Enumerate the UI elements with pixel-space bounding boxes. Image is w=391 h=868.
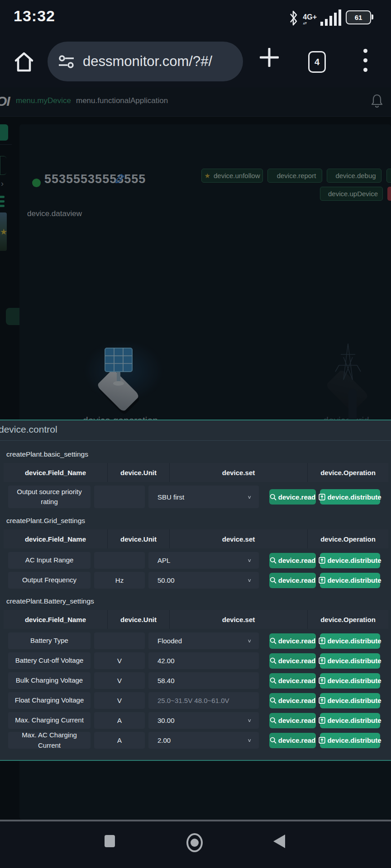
set-value-input[interactable]: 42.00 bbox=[148, 652, 259, 669]
read-icon bbox=[270, 677, 277, 684]
back-button[interactable] bbox=[273, 835, 285, 848]
device-distribute-button[interactable]: device.distribute bbox=[320, 489, 380, 505]
unit-cell: V bbox=[94, 652, 145, 669]
device-distribute-button[interactable]: device.distribute bbox=[320, 673, 380, 689]
read-icon bbox=[270, 657, 277, 664]
device-read-button[interactable]: device.read bbox=[269, 733, 316, 748]
column-header: device.set bbox=[170, 463, 308, 482]
column-header: device.Unit bbox=[108, 529, 170, 548]
device-distribute-button[interactable]: device.distribute bbox=[320, 693, 380, 708]
field-name-cell: Output source priority rating bbox=[8, 486, 91, 508]
control-title-divider bbox=[0, 440, 391, 441]
device-read-button[interactable]: device.read bbox=[269, 653, 316, 669]
site-settings-icon[interactable] bbox=[58, 54, 75, 69]
unit-cell: A bbox=[94, 712, 145, 729]
setting-row: Max. Charging CurrentA30.00∨device.readd… bbox=[0, 712, 391, 729]
device-read-button[interactable]: device.read bbox=[269, 673, 316, 689]
column-header: device.Field_Name bbox=[4, 463, 108, 482]
section-label: createPlant.Grid_settings bbox=[6, 517, 85, 525]
unit-cell: V bbox=[94, 692, 145, 709]
device-read-button[interactable]: device.read bbox=[269, 713, 316, 728]
column-header: device.Operation bbox=[308, 463, 388, 482]
field-name-cell: Output Frequency bbox=[8, 572, 91, 589]
set-value-input[interactable]: 58.40 bbox=[148, 672, 259, 689]
set-value-dropdown[interactable]: 50.00∨ bbox=[148, 572, 259, 589]
unit-cell bbox=[94, 632, 145, 649]
device-read-button[interactable]: device.read bbox=[269, 489, 316, 505]
set-value-dropdown[interactable]: 30.00∨ bbox=[148, 712, 259, 729]
chevron-down-icon: ∨ bbox=[247, 738, 252, 743]
battery-icon: 61 bbox=[346, 10, 371, 24]
clock: 13:32 bbox=[14, 7, 55, 25]
home-nav-button[interactable] bbox=[186, 833, 203, 852]
chevron-down-icon: ∨ bbox=[247, 718, 252, 723]
unit-cell: V bbox=[94, 672, 145, 689]
setting-row: Battery TypeFlooded∨device.readdevice.di… bbox=[0, 632, 391, 649]
distribute-icon bbox=[319, 557, 325, 564]
read-icon bbox=[270, 717, 277, 724]
device-read-button[interactable]: device.read bbox=[269, 553, 316, 568]
chevron-down-icon: ∨ bbox=[247, 578, 252, 583]
device-distribute-button[interactable]: device.distribute bbox=[320, 553, 380, 568]
set-value-dropdown[interactable]: SBU first∨ bbox=[148, 486, 259, 508]
browser-toolbar: dessmonitor.com/?#/ 4 bbox=[0, 41, 391, 87]
unit-cell bbox=[94, 552, 145, 569]
setting-row: Max. AC Charging CurrentA2.00∨device.rea… bbox=[0, 732, 391, 749]
field-name-cell: AC Input Range bbox=[8, 552, 91, 569]
unit-cell bbox=[94, 486, 145, 508]
device-read-button[interactable]: device.read bbox=[269, 573, 316, 588]
device-read-button[interactable]: device.read bbox=[269, 693, 316, 708]
network-type: 4G+ ▴▾ bbox=[303, 14, 317, 25]
distribute-icon bbox=[319, 737, 325, 744]
field-name-cell: Battery Type bbox=[8, 632, 91, 649]
field-name-cell: Max. AC Charging Current bbox=[8, 732, 91, 749]
battery-level: 61 bbox=[355, 14, 362, 21]
recents-button[interactable] bbox=[105, 835, 115, 847]
set-value-input[interactable]: 25.0~31.5V 48.0~61.0V bbox=[148, 692, 259, 709]
table-header-row: device.Field_Namedevice.Unitdevice.setde… bbox=[4, 463, 388, 482]
device-distribute-button[interactable]: device.distribute bbox=[320, 573, 380, 588]
tab-count: 4 bbox=[315, 57, 319, 67]
device-read-button[interactable]: device.read bbox=[269, 633, 316, 649]
device-distribute-button[interactable]: device.distribute bbox=[320, 653, 380, 669]
column-header: device.Field_Name bbox=[4, 610, 108, 629]
table-header-row: device.Field_Namedevice.Unitdevice.setde… bbox=[4, 529, 388, 548]
unit-cell: Hz bbox=[94, 572, 145, 589]
column-header: device.Unit bbox=[108, 463, 170, 482]
signal-strength-icon bbox=[320, 9, 342, 26]
android-nav-bar bbox=[0, 821, 391, 868]
set-value-dropdown[interactable]: APL∨ bbox=[148, 552, 259, 569]
setting-row: AC Input RangeAPL∨device.readdevice.dist… bbox=[0, 552, 391, 569]
column-header: device.set bbox=[170, 529, 308, 548]
field-name-cell: Float Charging Voltage bbox=[8, 692, 91, 709]
status-bar: 13:32 4G+ ▴▾ 61 bbox=[0, 0, 391, 41]
read-icon bbox=[270, 494, 277, 500]
chevron-down-icon: ∨ bbox=[247, 638, 252, 644]
url-bar[interactable]: dessmonitor.com/?#/ bbox=[48, 42, 243, 81]
table-header-row: device.Field_Namedevice.Unitdevice.setde… bbox=[4, 610, 388, 629]
column-header: device.Field_Name bbox=[4, 529, 108, 548]
setting-row: Output FrequencyHz50.00∨device.readdevic… bbox=[0, 572, 391, 589]
setting-row: Output source priority ratingSBU first∨d… bbox=[0, 486, 391, 508]
distribute-icon bbox=[319, 657, 325, 664]
set-value-dropdown[interactable]: 2.00∨ bbox=[148, 732, 259, 749]
section-label: createPlant.basic_settings bbox=[6, 450, 88, 458]
setting-row: Float Charging VoltageV25.0~31.5V 48.0~6… bbox=[0, 692, 391, 709]
setting-row: Battery Cut-off VoltageV42.00device.read… bbox=[0, 652, 391, 669]
device-distribute-button[interactable]: device.distribute bbox=[320, 633, 380, 649]
field-name-cell: Battery Cut-off Voltage bbox=[8, 652, 91, 669]
new-tab-button[interactable] bbox=[260, 48, 279, 67]
column-header: device.Operation bbox=[308, 529, 388, 548]
device-distribute-button[interactable]: device.distribute bbox=[320, 733, 380, 748]
phone-screen: 13:32 4G+ ▴▾ 61 bbox=[0, 0, 391, 868]
tab-switcher-button[interactable]: 4 bbox=[308, 51, 326, 73]
browser-menu-button[interactable] bbox=[363, 49, 368, 74]
column-header: device.set bbox=[170, 610, 308, 629]
home-button[interactable] bbox=[14, 52, 34, 72]
distribute-icon bbox=[319, 677, 325, 684]
column-header: device.Unit bbox=[108, 610, 170, 629]
chevron-down-icon: ∨ bbox=[247, 494, 252, 500]
webpage: OI menu.myDevice menu.functionalApplicat… bbox=[0, 87, 391, 821]
device-distribute-button[interactable]: device.distribute bbox=[320, 713, 380, 728]
set-value-dropdown[interactable]: Flooded∨ bbox=[148, 632, 259, 649]
